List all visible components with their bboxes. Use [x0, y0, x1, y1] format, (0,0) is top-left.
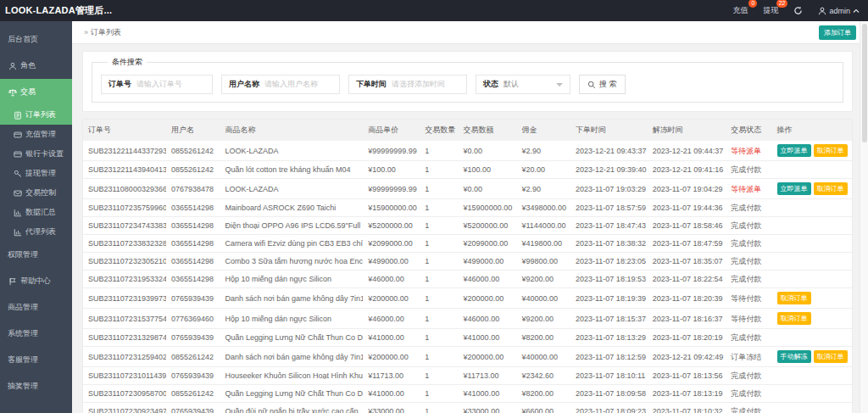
cancel-order-button[interactable]: 取消订单	[777, 292, 811, 304]
refresh-button[interactable]	[793, 6, 803, 15]
column-header: 佣金	[517, 120, 570, 141]
order-table-card: 订单号用户名商品名称商品单价交易数量交易数额佣金下单时间解冻时间交易状态操作 S…	[82, 119, 853, 413]
unfreeze-time-cell: 2023-11-07 18:13:56	[648, 367, 726, 385]
sidebar-item-dashboard[interactable]: 后台首页	[0, 26, 72, 53]
table-header-row: 订单号用户名商品名称商品单价交易数量交易数额佣金下单时间解冻时间交易状态操作	[83, 120, 852, 141]
commission-cell: ¥419800.00	[517, 235, 570, 253]
order-table: 订单号用户名商品名称商品单价交易数量交易数额佣金下单时间解冻时间交易状态操作 S…	[83, 120, 852, 413]
recharge-label: 充值	[732, 5, 748, 16]
column-header: 交易数量	[420, 120, 458, 141]
order-no-cell: SUB231107231259402	[83, 347, 166, 367]
qty-cell: 1	[420, 179, 458, 199]
page-title: 订单列表	[91, 28, 121, 36]
add-order-button[interactable]: 添加订单	[819, 25, 856, 40]
sidebar-item-role[interactable]: 角色	[0, 53, 72, 79]
withdraw-nav[interactable]: 提现 22	[763, 5, 778, 16]
unfreeze-time-cell: 2023-11-07 18:20:19	[648, 329, 726, 347]
sidebar-item-help-center[interactable]: 帮助中心	[0, 268, 72, 294]
commission-cell: ¥20.00	[517, 161, 570, 179]
commission-cell: ¥99800.00	[517, 253, 570, 271]
cancel-order-button[interactable]: 取消订单	[814, 182, 848, 195]
cancel-order-button[interactable]: 取消订单	[814, 144, 848, 157]
unfreeze-time-cell: 2023-11-07 18:20:39	[648, 288, 726, 309]
amount-cell: ¥2099000.00	[459, 235, 517, 253]
sidebar-item-label: 充值管理	[25, 129, 56, 140]
qty-cell: 1	[420, 217, 458, 235]
unfreeze-time-cell: 2023-12-21 09:41:16	[648, 161, 726, 179]
dispatch-order-button[interactable]: 立即派单	[777, 144, 811, 157]
order-time-cell: 2023-11-07 19:03:29	[570, 179, 648, 199]
sidebar-item-product-mgmt[interactable]: 商品管理	[0, 294, 72, 321]
sidebar-item-trade-control[interactable]: 交易控制	[0, 183, 72, 203]
chevron-up-icon	[853, 8, 860, 14]
table-row: SUB2311072310114390765939439Houseeker Kh…	[83, 367, 852, 385]
order-no-input[interactable]: 订单号 请输入订单号	[101, 75, 213, 94]
product-cell: LOOK-LAZADA	[220, 141, 363, 161]
column-header: 交易状态	[726, 120, 771, 141]
amount-cell: ¥499000.00	[459, 253, 517, 271]
sidebar-item-order-list[interactable]: 订单列表	[0, 105, 72, 125]
user-menu[interactable]: admin	[818, 7, 860, 15]
order-time-input[interactable]: 下单时间 请选择添加时间	[348, 75, 467, 94]
unfreeze-order-button[interactable]: 手动解冻	[777, 350, 811, 363]
top-header: LOOK-LAZADA管理后... 充值 0 提现 22	[0, 0, 868, 21]
scale-icon	[8, 87, 17, 97]
list-icon	[13, 110, 22, 120]
sidebar-item-permission-mgmt[interactable]: 权限管理	[0, 242, 72, 268]
qty-cell: 1	[420, 141, 458, 161]
status-select[interactable]: 状态 默认	[476, 75, 570, 94]
column-header: 商品名称	[220, 120, 363, 141]
user-name-placeholder: 请输入用户名称	[264, 79, 318, 90]
sidebar-item-label: 交易	[20, 87, 36, 98]
qty-cell: 1	[420, 403, 458, 413]
price-cell: ¥100.00	[363, 161, 420, 179]
sidebar-item-trade[interactable]: 交易	[0, 79, 72, 105]
sidebar-item-label: 提现管理	[25, 168, 56, 179]
table-row: SUB2311072315377540776369460Hộp 10 miếng…	[83, 309, 852, 329]
sidebar-item-service-mgmt[interactable]: 客服管理	[0, 347, 72, 373]
table-row: SUB2311072319399730765939439Danh sách nơ…	[83, 288, 852, 309]
withdraw-label: 提现	[763, 5, 778, 16]
sidebar-item-lottery-mgmt[interactable]: 抽奖管理	[0, 373, 72, 399]
order-no-cell: SUB231107231537754	[83, 309, 166, 329]
dispatch-order-button[interactable]: 立即派单	[777, 182, 811, 195]
sidebar-item-withdraw-mgmt[interactable]: 提现管理	[0, 164, 72, 183]
commission-cell: ¥2.90	[517, 179, 570, 199]
order-time-cell: 2023-11-07 18:23:05	[570, 253, 648, 271]
cancel-order-button[interactable]: 取消订单	[777, 312, 811, 325]
actions-cell	[772, 235, 852, 253]
status-cell: 完成付款	[726, 385, 771, 403]
qty-cell: 1	[420, 271, 458, 288]
table-row: SUB2311072309234970765939439Quần đùi nữ …	[83, 403, 852, 413]
column-header: 解冻时间	[648, 120, 726, 141]
commission-cell: ¥2342.60	[517, 367, 570, 385]
scrollbar-thumb[interactable]	[862, 24, 867, 142]
search-panel: 条件搜索 订单号 请输入订单号 用户名称 请输入用户名称 下单时间 请选择添加时	[82, 51, 853, 112]
order-time-cell: 2023-11-07 18:12:59	[570, 347, 648, 367]
status-value: 默认	[504, 79, 519, 90]
sidebar-item-data-summary[interactable]: 数据汇总	[0, 203, 72, 222]
sidebar-item-agent-list[interactable]: 代理列表	[0, 222, 72, 242]
recharge-nav[interactable]: 充值 0	[732, 5, 748, 16]
price-cell: ¥41000.00	[363, 329, 420, 347]
unfreeze-time-cell: 2023-11-07 19:44:36	[648, 199, 726, 217]
status-cell: 完成付款	[726, 367, 771, 385]
vertical-scrollbar[interactable]	[860, 21, 868, 413]
search-button[interactable]: 搜 索	[579, 75, 626, 94]
order-no-cell: SUB231107230958700	[83, 385, 166, 403]
amount-cell: ¥200000.00	[459, 288, 517, 309]
sidebar-item-label: 客服管理	[8, 354, 38, 366]
user-name-input[interactable]: 用户名称 请输入用户名称	[221, 75, 340, 94]
sidebar-item-bank-card-settings[interactable]: 银行卡设置	[0, 144, 72, 164]
search-button-label: 搜 索	[599, 79, 617, 90]
product-cell: Hộp 10 miếng dán ngực Silicon	[220, 309, 363, 329]
username-cell: 0365514298	[166, 271, 220, 288]
sidebar-item-system-mgmt[interactable]: 系统管理	[0, 321, 72, 347]
chart-icon	[13, 227, 22, 237]
status-cell: 完成付款	[726, 235, 771, 253]
sidebar-item-recharge-mgmt[interactable]: 充值管理	[0, 125, 72, 144]
breadcrumb-bar: »订单列表 添加订单	[72, 21, 868, 44]
order-no-cell: SUB231107231953324	[83, 271, 166, 288]
cancel-order-button[interactable]: 取消订单	[814, 350, 848, 363]
sidebar-item-label: 交易控制	[25, 187, 56, 198]
